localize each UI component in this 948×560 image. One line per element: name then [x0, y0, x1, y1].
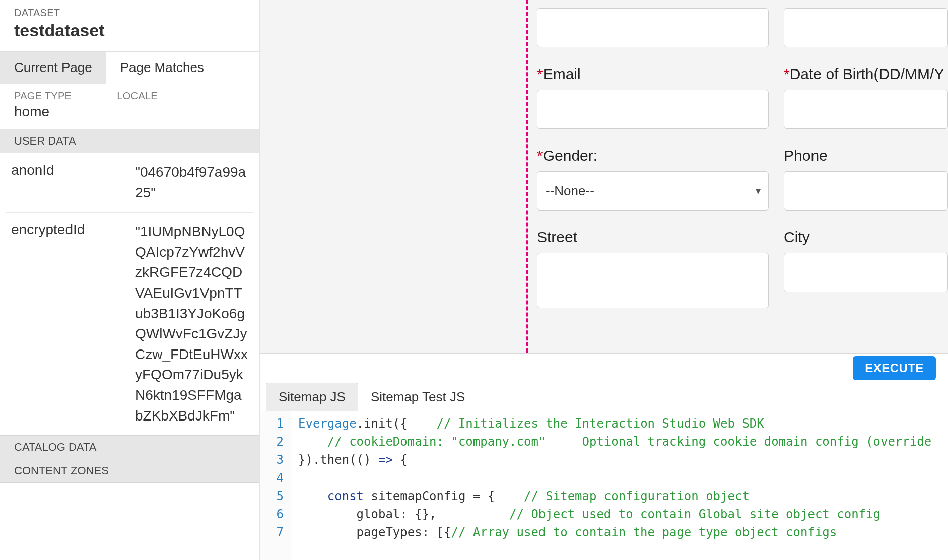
locale-label: LOCALE: [117, 90, 158, 102]
form-input-blank2[interactable]: [784, 8, 948, 47]
dob-label: Date of Birth(DD/MM/Y: [790, 65, 944, 82]
code-body[interactable]: Evergage.init({ // Initializes the Inter…: [291, 411, 948, 560]
code-line[interactable]: [298, 469, 948, 487]
dataset-name: testdataset: [14, 21, 245, 40]
page-meta: PAGE TYPE home LOCALE: [0, 84, 259, 129]
code-line[interactable]: pageTypes: [{// Array used to contain th…: [298, 523, 948, 541]
email-input[interactable]: [537, 90, 769, 129]
code-editor[interactable]: 1234567 Evergage.init({ // Initializes t…: [260, 411, 948, 560]
code-gutter: 1234567: [260, 411, 291, 560]
email-label: Email: [543, 65, 581, 82]
line-number: 1: [260, 414, 284, 433]
code-line[interactable]: global: {}, // Object used to contain Gl…: [298, 505, 948, 523]
right-pane: *Email *Date of Birth(DD/MM/Y *Gender: -…: [260, 0, 948, 560]
tab-sitemap-js[interactable]: Sitemap JS: [266, 383, 358, 411]
user-data-row: anonId "04670b4f97a99a25": [6, 153, 253, 213]
code-line[interactable]: Evergage.init({ // Initializes the Inter…: [298, 414, 948, 433]
phone-label: Phone: [784, 147, 948, 164]
dataset-label: DATASET: [14, 7, 245, 19]
user-data-val: "04670b4f97a99a25": [135, 162, 248, 203]
tab-current-page[interactable]: Current Page: [0, 52, 106, 84]
tab-sitemap-test-js[interactable]: Sitemap Test JS: [358, 383, 478, 411]
catalog-data-header[interactable]: CATALOG DATA: [0, 435, 259, 459]
phone-input[interactable]: [784, 171, 948, 211]
line-number: 2: [260, 433, 284, 451]
code-tabs: Sitemap JS Sitemap Test JS: [260, 383, 948, 411]
user-data-key: encryptedId: [11, 222, 126, 426]
user-data-key: anonId: [11, 162, 126, 203]
city-label: City: [784, 229, 948, 246]
sidebar: DATASET testdataset Current Page Page Ma…: [0, 0, 260, 560]
user-data-val: "1IUMpNBNyL0QQAIcp7zYwf2hvVzkRGFE7z4CQDV…: [135, 222, 248, 426]
page-type-label: PAGE TYPE: [14, 90, 72, 102]
line-number: 4: [260, 469, 284, 487]
code-line[interactable]: }).then(() => {: [298, 451, 948, 469]
gender-select[interactable]: --None--: [537, 171, 769, 211]
street-textarea[interactable]: [537, 253, 769, 308]
line-number: 7: [260, 523, 284, 541]
code-line[interactable]: // cookieDomain: "company.com" Optional …: [298, 433, 948, 451]
user-data-list: anonId "04670b4f97a99a25" encryptedId "1…: [0, 153, 259, 435]
execute-bar: EXECUTE: [260, 353, 948, 383]
user-data-header: USER DATA: [0, 129, 259, 153]
line-number: 3: [260, 451, 284, 469]
dataset-block: DATASET testdataset: [0, 0, 259, 51]
form-preview: *Email *Date of Birth(DD/MM/Y *Gender: -…: [260, 0, 948, 353]
execute-button[interactable]: EXECUTE: [853, 356, 936, 380]
sidebar-tabs: Current Page Page Matches: [0, 51, 259, 84]
line-number: 6: [260, 505, 284, 523]
line-number: 5: [260, 487, 284, 505]
dob-input[interactable]: [784, 90, 948, 129]
city-input[interactable]: [784, 253, 948, 292]
tab-page-matches[interactable]: Page Matches: [106, 52, 218, 84]
form-input-blank1[interactable]: [537, 8, 769, 47]
content-zones-header[interactable]: CONTENT ZONES: [0, 459, 259, 483]
page-type-value: home: [14, 104, 72, 120]
code-line[interactable]: const sitemapConfig = { // Sitemap confi…: [298, 487, 948, 505]
user-data-row: encryptedId "1IUMpNBNyL0QQAIcp7zYwf2hvVz…: [6, 213, 253, 435]
gender-label: Gender:: [543, 147, 597, 164]
street-label: Street: [537, 229, 784, 246]
